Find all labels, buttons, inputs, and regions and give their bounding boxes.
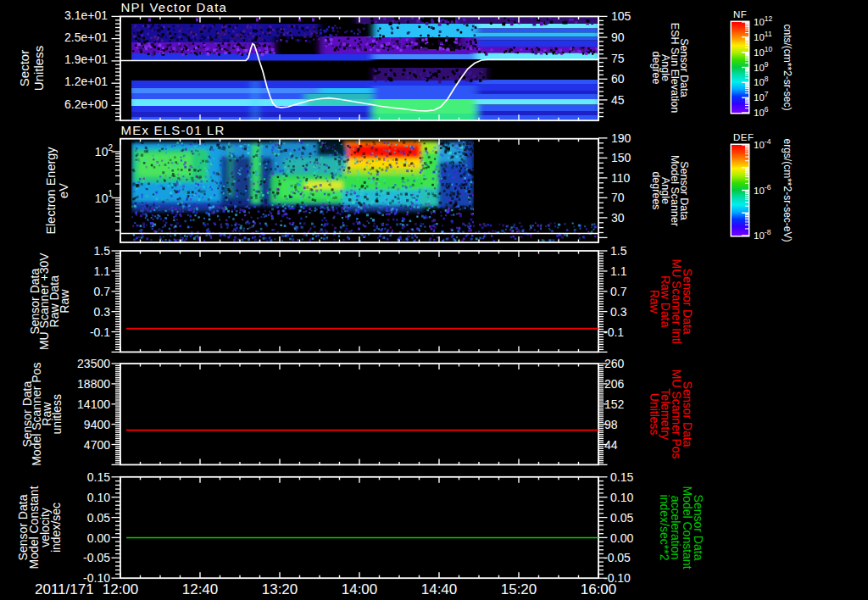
- svg-text:206: 206: [604, 377, 625, 391]
- svg-text:ergs/(cm**2-sr-sec-eV): ergs/(cm**2-sr-sec-eV): [782, 138, 793, 242]
- svg-text:1.1: 1.1: [94, 264, 111, 278]
- svg-text:0.15: 0.15: [87, 470, 110, 484]
- svg-text:12:40: 12:40: [182, 581, 219, 597]
- svg-text:16:00: 16:00: [581, 581, 617, 597]
- svg-text:Electron Energy: Electron Energy: [44, 147, 58, 235]
- svg-text:105: 105: [611, 9, 632, 23]
- svg-text:152: 152: [604, 397, 625, 411]
- svg-text:12:00: 12:00: [103, 581, 139, 597]
- svg-text:0.7: 0.7: [94, 285, 111, 298]
- svg-text:6.2e+00: 6.2e+00: [64, 97, 108, 111]
- svg-text:14:40: 14:40: [421, 581, 458, 597]
- svg-text:44: 44: [604, 438, 618, 452]
- svg-text:30: 30: [611, 211, 625, 225]
- svg-text:23500: 23500: [77, 357, 110, 370]
- svg-text:70: 70: [611, 191, 625, 204]
- svg-text:90: 90: [611, 31, 625, 44]
- svg-text:Raw: Raw: [58, 289, 71, 314]
- svg-text:2.5e+01: 2.5e+01: [64, 31, 108, 44]
- svg-text:MEx ELS-01 LR: MEx ELS-01 LR: [121, 123, 225, 137]
- svg-text:unitless: unitless: [50, 394, 64, 434]
- svg-text:190: 190: [611, 131, 632, 145]
- svg-text:0.00: 0.00: [610, 531, 633, 545]
- svg-text:15:20: 15:20: [501, 581, 537, 597]
- svg-text:0.10: 0.10: [610, 491, 633, 504]
- svg-text:4700: 4700: [84, 438, 110, 452]
- svg-text:DEF: DEF: [733, 132, 754, 142]
- svg-text:0.10: 0.10: [87, 491, 110, 504]
- svg-text:0.7: 0.7: [610, 285, 627, 298]
- svg-text:45: 45: [611, 93, 625, 107]
- svg-text:-0.1: -0.1: [90, 325, 110, 339]
- svg-text:degrees: degrees: [650, 171, 662, 209]
- svg-text:1.1: 1.1: [610, 264, 627, 278]
- svg-text:1.9e+01: 1.9e+01: [64, 53, 108, 66]
- svg-text:Sector: Sector: [17, 50, 31, 86]
- svg-text:0.05: 0.05: [87, 511, 110, 525]
- svg-text:0.00: 0.00: [87, 531, 110, 545]
- svg-text:-0.1: -0.1: [604, 325, 624, 339]
- svg-text:Unitless: Unitless: [648, 393, 661, 436]
- svg-text:14100: 14100: [77, 397, 110, 411]
- svg-text:1.5: 1.5: [610, 244, 627, 258]
- svg-text:1.5: 1.5: [94, 244, 111, 258]
- svg-text:260: 260: [604, 357, 625, 370]
- svg-text:index/sec**2: index/sec**2: [658, 495, 671, 561]
- svg-text:0.05: 0.05: [610, 511, 633, 525]
- svg-text:2011/171: 2011/171: [35, 581, 94, 597]
- svg-text:110: 110: [611, 171, 631, 185]
- svg-text:-0.05: -0.05: [83, 551, 110, 564]
- svg-text:NF: NF: [733, 9, 747, 19]
- svg-text:NPI Vector Data: NPI Vector Data: [121, 0, 228, 14]
- svg-text:degree: degree: [650, 52, 662, 85]
- svg-text:9400: 9400: [84, 418, 110, 431]
- svg-text:0.3: 0.3: [610, 305, 627, 319]
- svg-text:-0.05: -0.05: [604, 551, 631, 564]
- svg-text:98: 98: [604, 418, 618, 431]
- svg-text:Unitless: Unitless: [31, 46, 46, 91]
- svg-text:1.2e+01: 1.2e+01: [64, 75, 108, 88]
- svg-text:0.15: 0.15: [610, 470, 633, 484]
- svg-text:Raw: Raw: [648, 290, 661, 314]
- svg-text:14:00: 14:00: [342, 581, 378, 597]
- svg-text:75: 75: [611, 52, 625, 65]
- svg-text:cnts/(cm**2-sr-sec): cnts/(cm**2-sr-sec): [782, 24, 793, 110]
- svg-text:eV: eV: [57, 183, 70, 198]
- svg-text:0.3: 0.3: [94, 305, 111, 319]
- svg-text:60: 60: [611, 72, 625, 86]
- svg-text:index/sec: index/sec: [49, 503, 63, 553]
- svg-text:13:20: 13:20: [262, 581, 298, 597]
- svg-text:3.1e+01: 3.1e+01: [64, 8, 108, 22]
- svg-text:150: 150: [611, 151, 632, 164]
- svg-text:18800: 18800: [77, 377, 110, 391]
